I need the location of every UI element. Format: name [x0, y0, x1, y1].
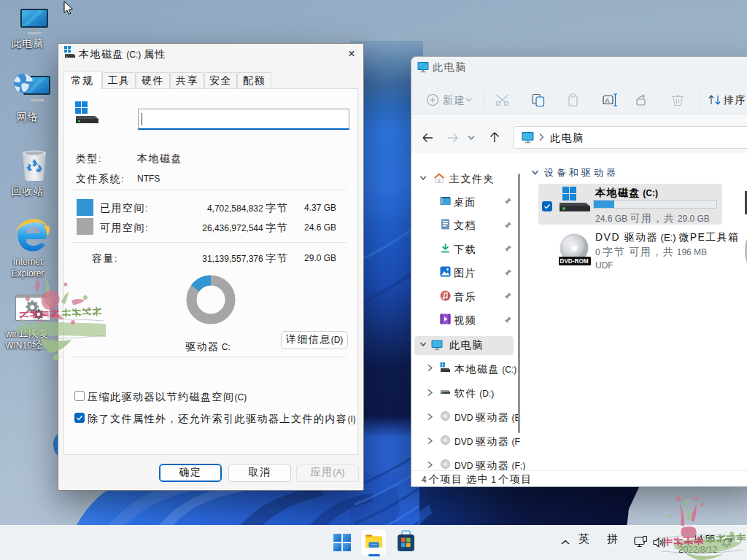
svg-text:A: A: [605, 97, 610, 104]
svg-text:DVD-ROM: DVD-ROM: [560, 258, 589, 265]
